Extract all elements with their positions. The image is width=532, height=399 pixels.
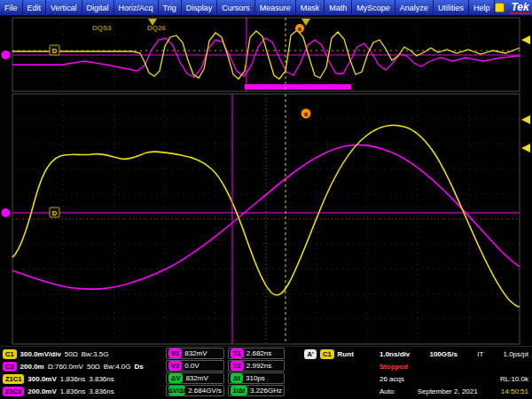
z1c1-readout: Z1C1 300.0mV 1.836ns 3.836ns [3,373,162,385]
menu-trig[interactable]: Trig [159,0,182,15]
oscilloscope-screen: File Edit Vertical Digital Horiz/Acq Tri… [0,0,532,399]
horizontal-scale: 1.0ns/div [379,350,410,358]
z1c1-badge[interactable]: Z1C1 [3,374,24,384]
ch2-ground-marker-top[interactable] [2,51,11,59]
v1-cursor-readout: V1 832mV [166,348,224,359]
acq-count-row: 26 acqs RL:10.0k [379,373,528,385]
acq-state-row: Stopped [379,361,528,372]
d-marker-label-top: D [52,47,58,55]
trigger-readout: A' C1 Runt [304,348,375,360]
zoom-region-bar[interactable] [245,84,351,90]
annotation-a-label-top: a [298,26,301,32]
horizontal-readout: 1.0ns/div 100GS/s IT 1.0ps/pt [379,348,528,360]
z1c2-badge[interactable]: Z1C2 [3,387,24,396]
menu-utilities[interactable]: Utilities [434,0,469,15]
trigger-source-badge[interactable]: C1 [320,349,334,359]
ch2-termination: 50Ω [87,363,100,371]
t2-value: 2.992ns [246,362,271,370]
menu-help[interactable]: Help [469,0,496,15]
t1-badge: T1 [231,348,244,358]
dv-value: 832mV [185,374,207,382]
inv-dt-badge: 1/Δt [231,386,247,395]
menu-bar: File Edit Vertical Digital Horiz/Acq Tri… [0,0,532,16]
dt-cursor-readout: Δt 310ps [228,372,285,384]
menu-measure[interactable]: Measure [255,0,296,15]
datetime-row: Auto September 2, 2021 14:50:51 [379,386,528,397]
t2-cursor-readout: T2 2.992ns [228,360,285,372]
ch2-offset: Ω:760.0mV [48,363,83,371]
v1-badge: V1 [168,348,182,358]
sampling-mode: IT [477,350,483,358]
trig-mode: Auto [379,387,394,395]
menu-right-cluster: Tek [495,0,532,15]
ch1-badge[interactable]: C1 [3,349,17,359]
menu-edit[interactable]: Edit [23,0,47,15]
ch1-level-arrow-2[interactable] [521,144,530,153]
inv-dt-cursor-readout: 1/Δt 3.226GHz [228,385,285,396]
time: 14:50:51 [501,387,528,395]
date: September 2, 2021 [418,387,478,395]
trace-label-dq26: DQ26 [147,24,166,32]
z1c2-scale: 200.0mV [27,387,56,395]
ch1-termination: 50Ω [65,350,78,358]
menu-cursors[interactable]: Cursors [217,0,255,15]
ch2-ground-marker[interactable] [2,208,11,217]
trace-label-dqs3: DQS3 [92,24,112,32]
v2-value: 0.0V [184,362,199,370]
v1-value: 832mV [184,349,207,357]
dt-value: 310ps [246,374,265,382]
ch2-ds-flag: Ds [135,363,144,371]
d-marker-label: D [52,209,58,217]
v2-cursor-readout: V2 0.0V [166,360,224,372]
waveform-display: DQS3 DQ26 a D a D [0,16,532,346]
ch1-readout: C1 300.0mV/div 50Ω Bw:3.5G [3,348,162,360]
z1c2-t2: 3.836ns [89,387,113,395]
app-launcher-icon[interactable] [495,3,505,12]
dv-cursor-readout: ΔV 832mV [166,372,224,384]
menu-horiz-acq[interactable]: Horiz/Acq [114,0,159,15]
ch1-bandwidth: Bw:3.5G [82,350,109,358]
menu-math[interactable]: Math [325,0,352,15]
menu-myscope[interactable]: MyScope [352,0,395,15]
record-length: RL:10.0k [500,375,528,383]
trigger-type: Runt [338,350,354,358]
dv-badge: ΔV [168,373,183,383]
t2-badge: T2 [231,361,244,371]
t1-value: 2.682ns [246,349,271,357]
menu-mask[interactable]: Mask [296,0,325,15]
dvdt-cursor-readout: ΔV/Δt 2.684GV/s [166,385,224,396]
menu-vertical[interactable]: Vertical [46,0,82,15]
resolution: 1.0ps/pt [504,350,528,358]
dvdt-badge: ΔV/Δt [168,386,185,395]
trigger-a-badge[interactable]: A' [304,349,317,359]
ch1-level-arrow-1[interactable] [521,115,530,124]
acq-state: Stopped [379,363,408,371]
menu-analyze[interactable]: Analyze [395,0,434,15]
ch1-level-arrow-top[interactable] [521,35,530,44]
readout-bar: C1 300.0mV/div 50Ω Bw:3.5G C2 200.0m Ω:7… [0,346,532,399]
dt-badge: Δt [231,373,243,383]
z1c2-t1: 1.836ns [60,387,85,395]
ch2-badge[interactable]: C2 [3,362,17,372]
v2-badge: V2 [168,361,182,371]
ch2-bandwidth: Bw:4.0G [104,363,131,371]
acq-count: 26 acqs [379,375,404,383]
z1c2-readout: Z1C2 200.0mV 1.836ns 3.836ns [3,386,162,397]
sample-rate: 100GS/s [429,350,458,358]
t1-cursor-readout: T1 2.682ns [228,348,285,359]
menu-display[interactable]: Display [182,0,218,15]
z1c1-scale: 300.0mV [27,375,56,383]
z1c1-t1: 1.836ns [60,375,85,383]
menu-digital[interactable]: Digital [82,0,114,15]
annotation-a-label: a [304,111,308,117]
ch1-scale: 300.0mV/div [20,350,61,358]
dvdt-value: 2.684GV/s [188,387,222,395]
tek-logo: Tek [509,2,530,14]
menu-file[interactable]: File [0,0,23,15]
z1c1-t2: 3.836ns [89,375,113,383]
ch2-readout: C2 200.0m Ω:760.0mV 50Ω Bw:4.0G Ds [3,361,162,372]
ch2-scale: 200.0m [20,363,44,371]
inv-dt-value: 3.226GHz [250,387,282,395]
